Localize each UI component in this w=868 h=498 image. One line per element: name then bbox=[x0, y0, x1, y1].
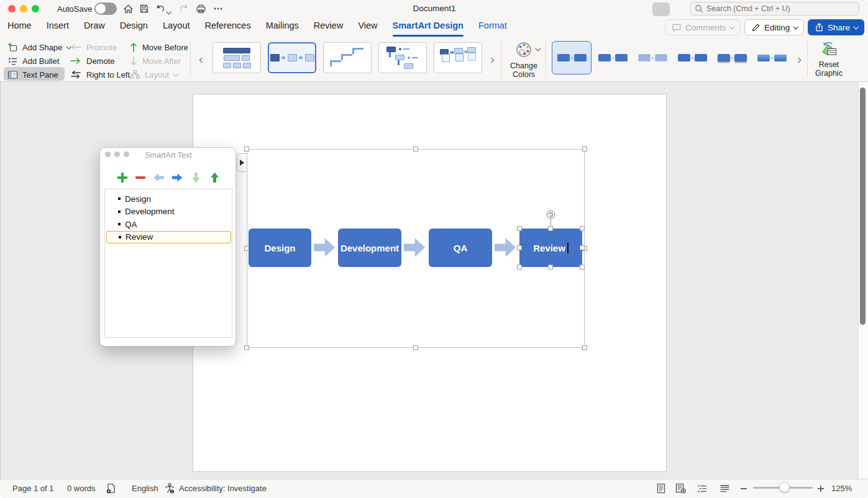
move-up-icon[interactable] bbox=[210, 173, 219, 183]
vertical-scrollbar-thumb[interactable] bbox=[860, 88, 866, 325]
view-print-layout-selected[interactable] bbox=[652, 2, 670, 16]
proofing-status-icon[interactable] bbox=[106, 483, 116, 497]
tab-draw[interactable]: Draw bbox=[84, 20, 105, 33]
layout-gallery-next-icon[interactable] bbox=[490, 53, 493, 65]
word-count[interactable]: 0 words bbox=[67, 484, 96, 493]
tab-home[interactable]: Home bbox=[7, 20, 32, 33]
pane-item-qa[interactable]: QA bbox=[105, 218, 232, 231]
tab-view[interactable]: View bbox=[358, 20, 377, 33]
undo-menu-chevron-icon[interactable] bbox=[167, 6, 170, 17]
tab-design[interactable]: Design bbox=[120, 20, 148, 33]
remove-item-icon[interactable] bbox=[135, 176, 145, 179]
text-pane-icon bbox=[7, 70, 18, 79]
share-button[interactable]: Share bbox=[808, 19, 864, 35]
search-field[interactable] bbox=[690, 2, 859, 16]
print-icon[interactable] bbox=[194, 2, 208, 16]
zoom-window-button[interactable] bbox=[32, 5, 39, 12]
editing-chevron-icon bbox=[793, 24, 798, 29]
rotate-handle-icon[interactable] bbox=[546, 210, 555, 222]
reset-graphic-icon bbox=[820, 40, 838, 58]
add-shape-icon bbox=[7, 42, 18, 53]
editing-mode-button[interactable]: Editing bbox=[744, 19, 804, 35]
tab-references[interactable]: References bbox=[204, 20, 250, 33]
pane-item-development[interactable]: Development bbox=[105, 206, 232, 219]
autosave-toggle[interactable] bbox=[94, 2, 117, 15]
draft-view-icon[interactable] bbox=[720, 484, 730, 496]
reset-graphic-button[interactable]: Reset Graphic bbox=[811, 40, 846, 78]
smartart-node-design[interactable]: Design bbox=[249, 229, 311, 267]
node-handle-top-left[interactable] bbox=[517, 226, 522, 231]
tab-review[interactable]: Review bbox=[314, 20, 344, 33]
add-item-icon[interactable] bbox=[117, 173, 127, 183]
frame-handle-top-middle[interactable] bbox=[413, 147, 418, 152]
zoom-slider-knob[interactable] bbox=[779, 482, 790, 492]
style-thumbnail-3[interactable] bbox=[633, 41, 672, 75]
tab-mailings[interactable]: Mailings bbox=[266, 20, 299, 33]
styles-gallery-next-icon[interactable] bbox=[797, 53, 800, 65]
layout-thumbnail-step-up-process[interactable] bbox=[323, 42, 372, 73]
accessibility-status[interactable]: Accessibility: Investigate bbox=[179, 484, 267, 493]
demote-item-icon[interactable] bbox=[172, 173, 183, 182]
comments-button[interactable]: Comments bbox=[665, 19, 740, 35]
add-bullet-button[interactable]: Add Bullet bbox=[7, 55, 59, 67]
web-layout-view-icon[interactable] bbox=[675, 483, 687, 496]
add-shape-button[interactable]: Add Shape bbox=[7, 41, 70, 53]
node-handle-top-middle[interactable] bbox=[548, 226, 553, 231]
frame-handle-bottom-middle[interactable] bbox=[413, 345, 418, 350]
tab-format[interactable]: Format bbox=[478, 20, 507, 33]
outline-view-icon[interactable] bbox=[697, 484, 708, 496]
bullet-icon bbox=[118, 197, 121, 200]
accessibility-icon[interactable] bbox=[164, 482, 175, 497]
search-input[interactable] bbox=[706, 4, 849, 13]
pane-item-list[interactable]: Design Development QA Review bbox=[104, 189, 232, 338]
close-window-button[interactable] bbox=[8, 5, 16, 12]
layout-thumbnail-vertical-bending-process[interactable] bbox=[378, 42, 427, 73]
move-before-button[interactable]: Move Before bbox=[129, 41, 188, 53]
more-toolbar-icon[interactable] bbox=[211, 2, 225, 16]
demote-arrow-icon bbox=[70, 57, 82, 65]
save-icon[interactable] bbox=[137, 2, 151, 16]
right-to-left-button[interactable]: Right to Left bbox=[70, 68, 130, 81]
layout-gallery-prev-icon[interactable] bbox=[200, 53, 204, 65]
node-handle-top-right[interactable] bbox=[580, 226, 585, 231]
layout-thumbnail-picture-accent-process[interactable] bbox=[434, 42, 482, 73]
text-pane-toggle-tab[interactable] bbox=[237, 153, 247, 172]
tab-insert[interactable]: Insert bbox=[47, 20, 69, 33]
frame-handle-bottom-left[interactable] bbox=[244, 345, 249, 350]
minimize-window-button[interactable] bbox=[20, 5, 27, 12]
tab-smartart-design[interactable]: SmartArt Design bbox=[393, 20, 464, 33]
share-chevron-icon bbox=[853, 24, 858, 29]
print-layout-view-icon[interactable] bbox=[656, 483, 666, 496]
smartart-text-pane[interactable]: SmartArt Text Design Development QA bbox=[99, 147, 236, 346]
smartart-node-qa[interactable]: QA bbox=[429, 229, 492, 267]
zoom-level[interactable]: 125% bbox=[831, 484, 852, 493]
style-thumbnail-6[interactable] bbox=[752, 41, 792, 75]
style-thumbnail-5[interactable] bbox=[712, 41, 752, 75]
frame-handle-bottom-right[interactable] bbox=[582, 345, 587, 350]
node-handle-bottom-right[interactable] bbox=[580, 265, 585, 269]
frame-handle-top-left[interactable] bbox=[244, 147, 249, 152]
smartart-node-review[interactable]: Review bbox=[519, 229, 582, 267]
change-colors-button[interactable]: Change Colors bbox=[506, 40, 542, 78]
page-count[interactable]: Page 1 of 1 bbox=[12, 484, 54, 493]
pane-item-design[interactable]: Design bbox=[105, 192, 232, 206]
redo-icon bbox=[176, 2, 190, 16]
home-icon[interactable] bbox=[121, 2, 135, 16]
node-handle-middle-left[interactable] bbox=[517, 245, 522, 250]
text-pane-button-label[interactable]: Text Pane bbox=[7, 68, 58, 81]
node-handle-middle-right[interactable] bbox=[580, 245, 585, 250]
style-thumbnail-1[interactable] bbox=[552, 41, 592, 75]
undo-icon[interactable] bbox=[153, 2, 167, 16]
layout-thumbnail-list[interactable] bbox=[212, 42, 261, 73]
style-thumbnail-2[interactable] bbox=[593, 41, 633, 75]
pane-item-review-selected[interactable]: Review bbox=[106, 231, 231, 244]
demote-button[interactable]: Demote bbox=[70, 55, 115, 67]
smartart-node-development[interactable]: Development bbox=[338, 229, 401, 267]
layout-thumbnail-basic-process[interactable] bbox=[268, 42, 316, 73]
frame-handle-top-right[interactable] bbox=[582, 147, 587, 152]
tab-layout[interactable]: Layout bbox=[163, 20, 190, 33]
style-thumbnail-4[interactable] bbox=[672, 41, 712, 75]
language-status[interactable]: English bbox=[132, 484, 158, 493]
node-handle-bottom-left[interactable] bbox=[517, 265, 522, 269]
node-handle-bottom-middle[interactable] bbox=[548, 265, 553, 269]
